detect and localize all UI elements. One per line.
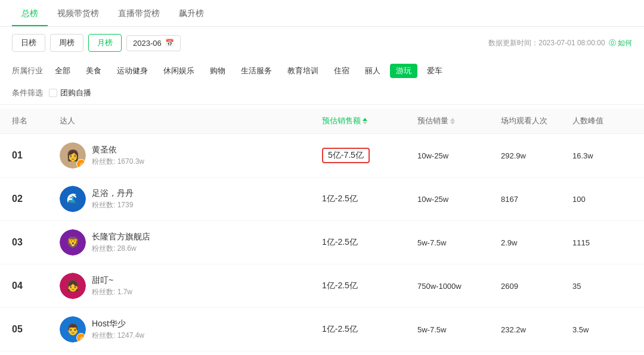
table-section: 排名 达人 预估销售额 预估销量 场均观看人次 人数峰值 01 bbox=[0, 108, 644, 355]
industry-all[interactable]: 全部 bbox=[49, 64, 76, 78]
sales-count-cell: 10w-25w bbox=[417, 195, 501, 204]
sort-icon bbox=[363, 118, 367, 124]
avatar-badge: ✓ bbox=[76, 159, 86, 169]
industry-beauty[interactable]: 丽人 bbox=[359, 64, 386, 78]
avatar: 👨 ✓ bbox=[60, 316, 86, 342]
avatar-badge: ✓ bbox=[76, 333, 86, 342]
rank-number: 01 bbox=[12, 150, 60, 161]
influencer-fans: 粉丝数: 1739 bbox=[92, 200, 134, 210]
filter-monthly[interactable]: 月榜 bbox=[88, 34, 122, 52]
sales-amount-cell: 5亿-7.5亿 bbox=[322, 148, 417, 163]
date-picker[interactable]: 2023-06 📅 bbox=[126, 35, 181, 51]
industry-shopping[interactable]: 购物 bbox=[204, 64, 231, 78]
top-nav: 总榜 视频带货榜 直播带货榜 飙升榜 bbox=[0, 0, 644, 27]
sales-amount-cell: 1亿-2.5亿 bbox=[322, 281, 417, 291]
avg-viewers-cell: 292.9w bbox=[501, 151, 572, 160]
influencer-fans: 粉丝数: 1670.3w bbox=[92, 157, 144, 167]
col-sales-amount[interactable]: 预估销售额 bbox=[322, 116, 417, 126]
nav-tab-video[interactable]: 视频带货榜 bbox=[48, 0, 109, 26]
industry-life[interactable]: 生活服务 bbox=[235, 64, 278, 78]
avg-viewers-cell: 2.9w bbox=[501, 238, 572, 247]
influencer-cell: 🌊 足浴，丹丹 粉丝数: 1739 bbox=[60, 186, 322, 212]
filter-daily[interactable]: 日榜 bbox=[12, 34, 45, 52]
table-row: 02 🌊 足浴，丹丹 粉丝数: 1739 1亿-2.5亿 10w-25w 816… bbox=[0, 178, 644, 221]
influencer-info: 黄圣依 粉丝数: 1670.3w bbox=[92, 145, 144, 167]
data-info: 数据更新时间：2023-07-01 08:00:00 ⓪ 如何 bbox=[488, 38, 632, 48]
industry-sport[interactable]: 运动健身 bbox=[111, 64, 154, 78]
peak-viewers-cell: 100 bbox=[572, 195, 632, 204]
calendar-icon: 📅 bbox=[165, 39, 174, 47]
influencer-info: 甜叮~ 粉丝数: 1.7w bbox=[92, 275, 132, 297]
nav-tab-rise[interactable]: 飙升榜 bbox=[169, 0, 213, 26]
sort-icon-count bbox=[450, 118, 455, 124]
influencer-cell: 👧 甜叮~ 粉丝数: 1.7w bbox=[60, 273, 322, 299]
sales-count-cell: 750w-1000w bbox=[417, 282, 501, 291]
checkbox-box[interactable] bbox=[49, 89, 57, 97]
avatar: 👧 bbox=[60, 273, 86, 299]
sales-amount: 1亿-2.5亿 bbox=[322, 324, 358, 334]
industry-bar: 所属行业 全部 美食 运动健身 休闲娱乐 购物 生活服务 教育培训 住宿 丽人 … bbox=[0, 59, 644, 83]
col-peak-viewers: 人数峰值 bbox=[572, 116, 632, 126]
rank-number: 02 bbox=[12, 194, 60, 204]
date-value: 2023-06 bbox=[133, 39, 162, 48]
col-avg-viewers: 场均观看人次 bbox=[501, 116, 572, 126]
sales-amount: 1亿-2.5亿 bbox=[322, 281, 358, 290]
influencer-cell: 👨 ✓ Host华少 粉丝数: 1247.4w bbox=[60, 316, 322, 342]
influencer-info: 长隆官方旗舰店 粉丝数: 28.6w bbox=[92, 232, 150, 254]
filter-bar: 日榜 周榜 月榜 2023-06 📅 数据更新时间：2023-07-01 08:… bbox=[0, 27, 644, 59]
data-update-text: 数据更新时间：2023-07-01 08:00:00 bbox=[488, 38, 605, 48]
table-row: 05 👨 ✓ Host华少 粉丝数: 1247.4w 1亿-2.5亿 5w-7.… bbox=[0, 308, 644, 351]
sales-amount: 1亿-2.5亿 bbox=[322, 194, 358, 203]
avatar-inner: 🦁 bbox=[60, 229, 86, 256]
avatar: 👩 ✓ bbox=[60, 142, 86, 169]
peak-viewers-cell: 3.5w bbox=[572, 325, 632, 334]
industry-lodging[interactable]: 住宿 bbox=[328, 64, 355, 78]
influencer-info: 足浴，丹丹 粉丝数: 1739 bbox=[92, 188, 134, 210]
influencer-name[interactable]: 黄圣依 bbox=[92, 145, 144, 155]
sales-count-cell: 5w-7.5w bbox=[417, 325, 501, 334]
nav-tab-live[interactable]: 直播带货榜 bbox=[109, 0, 169, 26]
condition-label: 条件筛选 bbox=[12, 88, 43, 98]
condition-bar: 条件筛选 团购自播 bbox=[0, 83, 644, 105]
nav-tab-total[interactable]: 总榜 bbox=[12, 0, 48, 26]
influencer-cell: 🦁 长隆官方旗舰店 粉丝数: 28.6w bbox=[60, 229, 322, 256]
col-sales-count[interactable]: 预估销量 bbox=[417, 116, 501, 126]
influencer-name[interactable]: 足浴，丹丹 bbox=[92, 188, 134, 199]
peak-viewers-cell: 1115 bbox=[572, 238, 632, 247]
avatar: 🌊 bbox=[60, 186, 86, 212]
avg-viewers-cell: 232.2w bbox=[501, 325, 572, 334]
avatar-inner: 👧 bbox=[60, 273, 86, 299]
influencer-name[interactable]: 长隆官方旗舰店 bbox=[92, 232, 150, 242]
industry-car[interactable]: 爱车 bbox=[421, 64, 448, 78]
sales-count-cell: 10w-25w bbox=[417, 151, 501, 160]
app-wrapper: 总榜 视频带货榜 直播带货榜 飙升榜 日榜 周榜 月榜 2023-06 📅 数据… bbox=[0, 0, 644, 355]
table-row: 01 👩 ✓ 黄圣依 粉丝数: 1670.3w 5亿-7.5亿 10w-25w … bbox=[0, 134, 644, 178]
filter-weekly[interactable]: 周榜 bbox=[50, 34, 83, 52]
sales-amount-cell: 1亿-2.5亿 bbox=[322, 324, 417, 335]
rank-number: 05 bbox=[12, 324, 60, 335]
table-row: 04 👧 甜叮~ 粉丝数: 1.7w 1亿-2.5亿 750w-1000w 26… bbox=[0, 264, 644, 308]
rank-number: 04 bbox=[12, 281, 60, 291]
influencer-info: Host华少 粉丝数: 1247.4w bbox=[92, 319, 144, 341]
influencer-name[interactable]: 甜叮~ bbox=[92, 275, 132, 286]
table-row: 03 🦁 长隆官方旗舰店 粉丝数: 28.6w 1亿-2.5亿 5w-7.5w … bbox=[0, 221, 644, 264]
avatar-inner: 🌊 bbox=[60, 186, 86, 212]
peak-viewers-cell: 16.3w bbox=[572, 151, 632, 160]
avatar: 🦁 bbox=[60, 229, 86, 256]
group-buy-checkbox[interactable]: 团购自播 bbox=[49, 88, 91, 98]
col-rank: 排名 bbox=[12, 116, 60, 126]
influencer-fans: 粉丝数: 1.7w bbox=[92, 287, 132, 297]
industry-label: 所属行业 bbox=[12, 66, 43, 76]
industry-education[interactable]: 教育培训 bbox=[281, 64, 324, 78]
industry-entertainment[interactable]: 休闲娱乐 bbox=[157, 64, 200, 78]
influencer-name[interactable]: Host华少 bbox=[92, 319, 144, 329]
industry-play[interactable]: 游玩 bbox=[390, 64, 417, 78]
sales-amount-cell: 1亿-2.5亿 bbox=[322, 194, 417, 204]
rank-number: 03 bbox=[12, 237, 60, 248]
table-header: 排名 达人 预估销售额 预估销量 场均观看人次 人数峰值 bbox=[0, 108, 644, 134]
table-body: 01 👩 ✓ 黄圣依 粉丝数: 1670.3w 5亿-7.5亿 10w-25w … bbox=[0, 134, 644, 355]
influencer-fans: 粉丝数: 1247.4w bbox=[92, 331, 144, 341]
checkbox-label: 团购自播 bbox=[60, 88, 91, 98]
industry-food[interactable]: 美食 bbox=[80, 64, 107, 78]
how-link[interactable]: ⓪ 如何 bbox=[609, 38, 632, 48]
